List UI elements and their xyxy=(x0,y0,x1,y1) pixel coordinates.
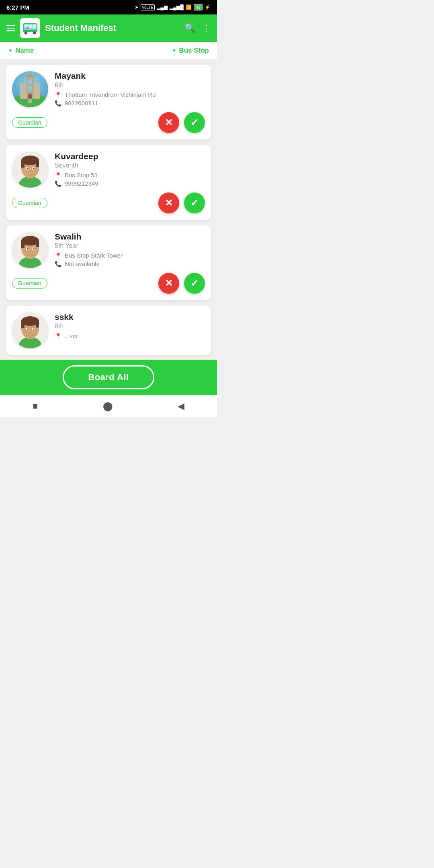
location-icon-3: 📍 xyxy=(55,252,61,259)
status-time: 6:27 PM xyxy=(6,4,29,11)
svg-rect-18 xyxy=(22,86,25,90)
nav-home-button[interactable]: ⬤ xyxy=(103,401,113,411)
student-card-1: Mayank 6th 📍 Thottam Trivandrum Vizhinja… xyxy=(6,65,211,139)
svg-rect-2 xyxy=(23,30,37,31)
location-icon-1: 📍 xyxy=(55,92,61,98)
student-name-3: Swalih xyxy=(55,232,205,242)
avatar-swalih xyxy=(12,232,48,268)
svg-rect-15 xyxy=(31,74,32,77)
svg-rect-21 xyxy=(28,94,32,99)
svg-rect-41 xyxy=(36,241,39,247)
svg-point-3 xyxy=(25,32,27,35)
student-address-2: Bus Stop 53 xyxy=(65,172,98,178)
svg-rect-29 xyxy=(36,160,39,167)
battery-icon: 49 xyxy=(194,4,203,10)
action-buttons-2: ✕ ✓ xyxy=(158,192,205,213)
student-phone-row-1: 📞 9822600911 xyxy=(55,100,205,106)
accept-button-3[interactable]: ✓ xyxy=(184,273,205,294)
nav-stop-button[interactable]: ■ xyxy=(33,401,38,411)
name-filter-label: Name xyxy=(15,47,34,55)
guardian-badge-2[interactable]: Guardian xyxy=(12,198,47,208)
avatar-sskk xyxy=(12,312,48,348)
student-address-row-3: 📍 Bus Stop Stark Tower xyxy=(55,252,205,259)
student-phone-1: 9822600911 xyxy=(65,100,98,106)
student-card-3: Swalih 5th Year 📍 Bus Stop Stark Tower 📞… xyxy=(6,225,211,300)
svg-rect-13 xyxy=(26,74,27,77)
location-icon-2: 📍 xyxy=(55,172,61,178)
menu-button[interactable] xyxy=(6,25,15,31)
svg-point-33 xyxy=(33,168,35,169)
svg-rect-6 xyxy=(29,25,32,28)
student-info-2: Kuvardeep Seventh 📍 Bus Stop 53 📞 999921… xyxy=(55,151,205,188)
signal-icon-2: ▂▄▆█ xyxy=(170,4,184,10)
svg-point-34 xyxy=(29,171,31,172)
svg-point-45 xyxy=(33,248,35,250)
app-logo: TAM xyxy=(20,18,40,38)
accept-button-2[interactable]: ✓ xyxy=(184,192,205,213)
student-info-4: sskk 8th 📍 ...ver xyxy=(55,312,205,341)
student-address-1: Thottam Trivandrum Vizhinjam Rd xyxy=(65,91,156,98)
svg-text:TAM: TAM xyxy=(25,27,29,29)
student-info-3: Swalih 5th Year 📍 Bus Stop Stark Tower 📞… xyxy=(55,232,205,269)
svg-rect-7 xyxy=(33,25,36,28)
reject-button-1[interactable]: ✕ xyxy=(158,112,179,133)
guardian-badge-1[interactable]: Guardian xyxy=(12,117,47,128)
wifi-icon: 📶 xyxy=(186,4,192,10)
volte-icon: VoLTE xyxy=(141,4,155,10)
busstop-filter-label: Bus Stop xyxy=(179,47,209,55)
board-all-bar: Board All xyxy=(0,360,217,395)
student-phone-2: 9999212349 xyxy=(65,180,98,187)
student-address-row-1: 📍 Thottam Trivandrum Vizhinjam Rd xyxy=(55,91,205,98)
busstop-filter[interactable]: ▼ Bus Stop xyxy=(172,47,209,55)
navigation-icon: ➤ xyxy=(135,4,139,10)
name-filter-arrow: ▼ xyxy=(8,48,13,53)
reject-button-3[interactable]: ✕ xyxy=(158,273,179,294)
student-address-4: ...ver xyxy=(65,332,78,339)
phone-icon-2: 📞 xyxy=(55,180,61,187)
student-grade-1: 6th xyxy=(55,82,205,89)
student-name-4: sskk xyxy=(55,312,205,322)
student-info-1: Mayank 6th 📍 Thottam Trivandrum Vizhinja… xyxy=(55,71,205,108)
reject-icon-2: ✕ xyxy=(165,197,173,209)
nav-bar: ■ ⬤ ◀ xyxy=(0,395,217,417)
accept-icon-1: ✓ xyxy=(190,117,199,128)
svg-rect-14 xyxy=(28,74,30,77)
svg-point-4 xyxy=(33,32,36,35)
student-grade-3: 5th Year xyxy=(55,242,205,250)
filter-bar: ▼ Name ▼ Bus Stop xyxy=(0,42,217,60)
guardian-badge-3[interactable]: Guardian xyxy=(12,278,47,289)
name-filter[interactable]: ▼ Name xyxy=(8,47,34,55)
student-grade-2: Seventh xyxy=(55,162,205,169)
student-name-2: Kuvardeep xyxy=(55,151,205,161)
app-bar: TAM Student Manifest 🔍 ⋮ xyxy=(0,14,217,42)
avatar-kuvardeep xyxy=(12,151,48,188)
student-address-row-4: 📍 ...ver xyxy=(55,332,205,339)
busstop-filter-arrow: ▼ xyxy=(172,48,177,53)
more-options-button[interactable]: ⋮ xyxy=(202,23,211,33)
svg-rect-22 xyxy=(28,99,32,103)
search-button[interactable]: 🔍 xyxy=(184,23,195,33)
svg-point-57 xyxy=(33,329,35,330)
svg-rect-28 xyxy=(21,160,25,168)
svg-rect-52 xyxy=(21,321,25,328)
svg-rect-17 xyxy=(28,78,32,84)
accept-button-1[interactable]: ✓ xyxy=(184,112,205,133)
svg-point-58 xyxy=(29,332,31,333)
student-address-row-2: 📍 Bus Stop 53 xyxy=(55,172,205,178)
student-address-3: Bus Stop Stark Tower xyxy=(65,252,123,259)
student-grade-4: 8th xyxy=(55,323,205,330)
svg-point-44 xyxy=(27,248,28,250)
svg-point-32 xyxy=(27,168,28,169)
reject-button-2[interactable]: ✕ xyxy=(158,192,179,213)
student-phone-row-3: 📞 Not available xyxy=(55,260,205,267)
phone-icon-1: 📞 xyxy=(55,100,61,106)
status-icons: ➤ VoLTE ▂▄▆ ▂▄▆█ 📶 49 ⚡ xyxy=(135,4,211,10)
board-all-button[interactable]: Board All xyxy=(63,365,154,389)
svg-point-46 xyxy=(29,252,31,253)
accept-icon-3: ✓ xyxy=(190,278,199,289)
reject-icon-1: ✕ xyxy=(165,117,173,128)
nav-back-button[interactable]: ◀ xyxy=(178,401,184,411)
student-card-2: Kuvardeep Seventh 📍 Bus Stop 53 📞 999921… xyxy=(6,145,211,220)
accept-icon-2: ✓ xyxy=(190,197,199,209)
student-name-1: Mayank xyxy=(55,71,205,81)
